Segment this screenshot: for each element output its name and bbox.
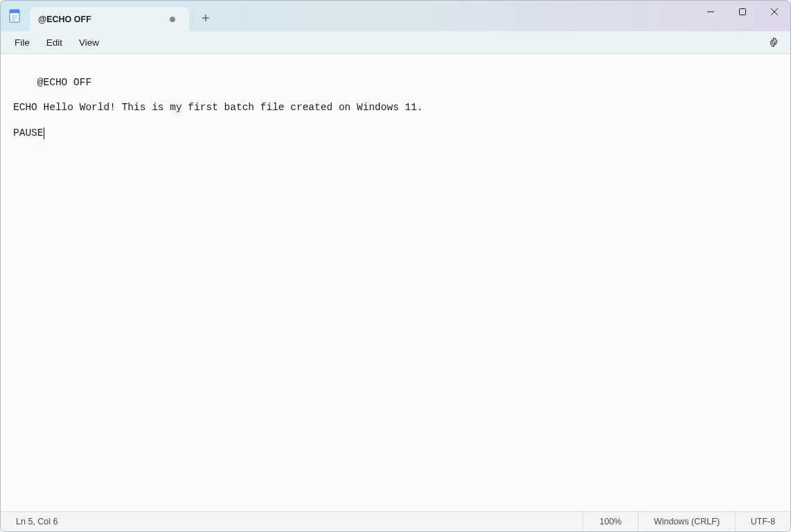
notepad-app-icon (8, 9, 21, 23)
menu-edit[interactable]: Edit (38, 35, 71, 51)
editor-content: @ECHO OFF ECHO Hello World! This is my f… (13, 77, 423, 139)
text-editor[interactable]: @ECHO OFF ECHO Hello World! This is my f… (1, 54, 790, 511)
text-cursor (44, 127, 44, 139)
zoom-level[interactable]: 100% (583, 512, 638, 531)
tab-title: @ECHO OFF (38, 15, 170, 24)
close-button[interactable] (758, 1, 790, 23)
svg-rect-1 (10, 10, 19, 13)
window-controls (695, 1, 790, 31)
titlebar[interactable]: @ECHO OFF (1, 1, 790, 31)
new-tab-button[interactable] (195, 7, 217, 29)
svg-rect-8 (740, 9, 746, 15)
document-tab[interactable]: @ECHO OFF (30, 7, 189, 31)
maximize-button[interactable] (727, 1, 758, 23)
minimize-button[interactable] (695, 1, 727, 23)
line-ending[interactable]: Windows (CRLF) (638, 512, 735, 531)
menu-file[interactable]: File (6, 35, 38, 51)
notepad-window: @ECHO OFF (0, 0, 791, 532)
menubar: File Edit View (1, 31, 790, 54)
encoding[interactable]: UTF-8 (735, 512, 790, 531)
cursor-position[interactable]: Ln 5, Col 6 (1, 517, 57, 526)
settings-button[interactable] (763, 33, 785, 52)
tab-modified-indicator (170, 17, 175, 22)
statusbar: Ln 5, Col 6 100% Windows (CRLF) UTF-8 (1, 511, 790, 531)
menu-view[interactable]: View (71, 35, 107, 51)
